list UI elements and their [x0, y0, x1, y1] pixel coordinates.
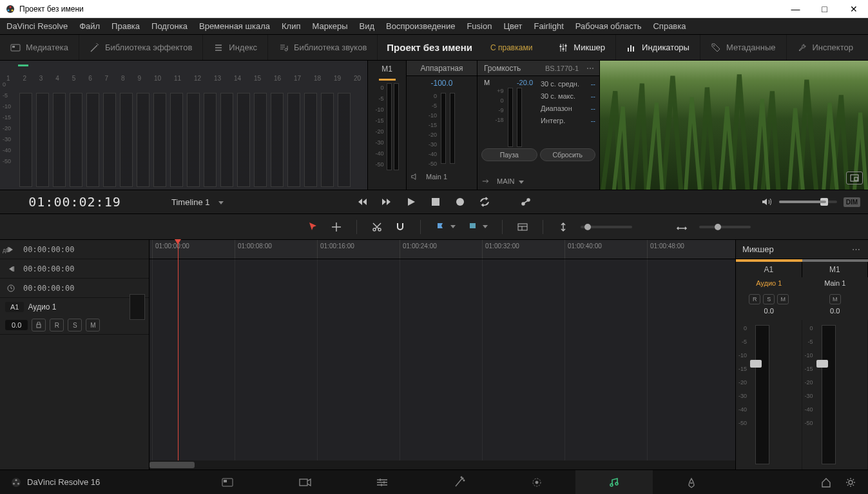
- menu-trim[interactable]: Подгонка: [151, 21, 188, 31]
- timeline-scrollbar[interactable]: [149, 460, 735, 469]
- loudness-spec[interactable]: BS.1770-1: [541, 64, 583, 72]
- expand-preview-button[interactable]: [846, 172, 863, 184]
- page-media[interactable]: [189, 470, 266, 495]
- menu-playback[interactable]: Воспроизведение: [386, 21, 455, 31]
- hardware-route-row[interactable]: Main 1: [407, 168, 477, 185]
- metadata-button[interactable]: Метаданные: [700, 35, 787, 60]
- play-button[interactable]: [405, 196, 417, 208]
- mixer-a1-value[interactable]: 0.0: [736, 307, 802, 320]
- home-button[interactable]: [820, 477, 832, 488]
- zoom-button[interactable]: [676, 221, 688, 233]
- mixer-title: Микшер: [742, 244, 774, 254]
- flag-cyan-dropdown[interactable]: [467, 221, 488, 233]
- rewind-button[interactable]: [356, 196, 368, 208]
- sound-library-button[interactable]: Библиотека звуков: [268, 35, 378, 60]
- loudness-reset-button[interactable]: Сбросить: [540, 148, 596, 161]
- svg-point-34: [462, 478, 463, 479]
- playhead[interactable]: [178, 240, 178, 469]
- speaker-icon[interactable]: [761, 196, 773, 208]
- window-maximize-button[interactable]: □: [810, 0, 839, 18]
- menu-fairlight[interactable]: Fairlight: [534, 21, 564, 31]
- tc-row-2[interactable]: 00:00:00:00: [0, 259, 149, 279]
- cut-tool[interactable]: [371, 221, 383, 233]
- loudness-pause-button[interactable]: Пауза: [481, 148, 537, 161]
- mixer-menu-icon[interactable]: ⋯: [852, 244, 862, 254]
- stop-button[interactable]: [430, 196, 441, 208]
- mixer-fader-m1[interactable]: 0-5-10-15-20-30-40-50: [802, 320, 869, 469]
- pointer-tool[interactable]: [307, 221, 319, 233]
- record-button[interactable]: [454, 196, 466, 208]
- menu-help[interactable]: Справка: [653, 21, 686, 31]
- mixer-a1-m[interactable]: M: [777, 294, 789, 304]
- menu-color[interactable]: Цвет: [503, 21, 522, 31]
- timeline-body[interactable]: [149, 259, 735, 460]
- height-button[interactable]: [557, 221, 569, 233]
- volume-slider[interactable]: [779, 201, 837, 203]
- page-deliver[interactable]: [653, 470, 730, 495]
- menu-clip[interactable]: Клип: [282, 21, 300, 31]
- fastforward-button[interactable]: [381, 196, 392, 208]
- range-tool[interactable]: [331, 221, 342, 233]
- mixer-bus-a1[interactable]: A1: [736, 262, 802, 277]
- mixer-bus-m1[interactable]: M1: [802, 262, 869, 277]
- menu-file[interactable]: Файл: [79, 21, 100, 31]
- automation-button[interactable]: [520, 196, 532, 208]
- timecode-display[interactable]: 01:00:02:19: [0, 194, 149, 210]
- wand-icon: [90, 43, 100, 53]
- menu-fusion[interactable]: Fusion: [467, 21, 492, 31]
- flag-blue-dropdown[interactable]: [435, 221, 456, 233]
- timeline-area[interactable]: 01:00:00:0001:00:08:0001:00:16:0001:00:2…: [149, 240, 736, 469]
- page-edit[interactable]: [343, 470, 421, 495]
- mixer-fader-a1[interactable]: 0-5-10-15-20-30-40-50: [736, 320, 802, 469]
- menu-edit[interactable]: Правка: [111, 21, 140, 31]
- media-pool-button[interactable]: Медиатека: [0, 35, 79, 60]
- track-record-button[interactable]: R: [50, 319, 64, 331]
- index-button[interactable]: Индекс: [203, 35, 268, 60]
- track-mini-fader[interactable]: [130, 294, 145, 320]
- mixer-m1-value[interactable]: 0.0: [802, 307, 869, 320]
- menu-timeline[interactable]: Временная шкала: [199, 21, 270, 31]
- track-gain-value[interactable]: 0.0: [5, 320, 28, 330]
- svg-rect-9: [565, 45, 567, 46]
- page-color[interactable]: [498, 470, 575, 495]
- sliders-icon: [558, 43, 568, 53]
- window-minimize-button[interactable]: —: [781, 0, 810, 18]
- window-titlebar: Проект без имени — □ ✕: [0, 0, 868, 18]
- page-cut[interactable]: [266, 470, 343, 495]
- mixer-a1-s[interactable]: S: [763, 294, 775, 304]
- mixer-m1-m[interactable]: M: [829, 294, 841, 304]
- zoom-slider[interactable]: [699, 226, 751, 228]
- menu-markers[interactable]: Маркеры: [312, 21, 347, 31]
- tc-row-1[interactable]: 00:00:00:00: [0, 240, 149, 259]
- snap-toggle[interactable]: [394, 221, 406, 233]
- track-lock-button[interactable]: [32, 319, 46, 331]
- tc-row-3[interactable]: 00:00:00:00: [0, 279, 149, 298]
- video-preview[interactable]: [599, 61, 868, 190]
- menu-view[interactable]: Вид: [360, 21, 375, 31]
- dim-button[interactable]: DIM: [844, 197, 860, 207]
- track-solo-button[interactable]: S: [68, 319, 82, 331]
- layout-button[interactable]: [517, 221, 528, 233]
- page-fairlight[interactable]: [575, 470, 653, 495]
- mixer-a1-r[interactable]: R: [749, 294, 760, 304]
- svg-rect-5: [12, 46, 15, 48]
- loudness-route-row[interactable]: MAIN: [477, 173, 599, 190]
- inspector-button[interactable]: Инспектор: [787, 35, 863, 60]
- loudness-menu-icon[interactable]: ⋯: [583, 64, 599, 73]
- mixer-toggle-button[interactable]: Микшер: [548, 35, 616, 60]
- timeline-selector[interactable]: Timeline 1: [149, 197, 240, 207]
- app-logo-icon: [10, 477, 22, 488]
- menu-workspace[interactable]: Рабочая область: [575, 21, 642, 31]
- meters-toggle-button[interactable]: Индикаторы: [616, 35, 700, 60]
- channel-meters: 1234567891011121314151617181920 0-5-10-1…: [0, 61, 367, 190]
- page-fusion[interactable]: [421, 470, 498, 495]
- menu-resolve[interactable]: DaVinci Resolve: [6, 21, 68, 31]
- loop-button[interactable]: [479, 196, 490, 208]
- track-mute-button[interactable]: M: [86, 319, 100, 331]
- timeline-ruler[interactable]: 01:00:00:0001:00:08:0001:00:16:0001:00:2…: [149, 240, 735, 259]
- fx-library-button[interactable]: Библиотека эффектов: [79, 35, 203, 60]
- track-a1[interactable]: A1 Аудио 1 0.0 R S M: [0, 298, 149, 335]
- settings-button[interactable]: [845, 477, 856, 488]
- track-height-slider[interactable]: [581, 226, 632, 228]
- window-close-button[interactable]: ✕: [839, 0, 868, 18]
